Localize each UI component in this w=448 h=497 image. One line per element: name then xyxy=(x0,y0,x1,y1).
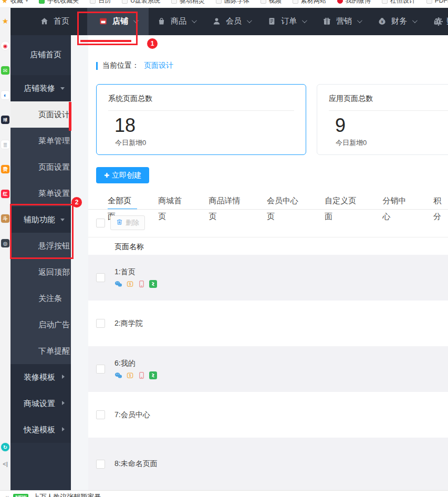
nav-item[interactable]: 营销 xyxy=(314,7,369,35)
collapse-chevron-icon[interactable]: ∨ xyxy=(5,494,9,497)
page-row: 8:未命名页面 xyxy=(88,438,448,490)
select-all-checkbox[interactable] xyxy=(96,219,105,227)
page-row-content: 6:我的$ xyxy=(114,359,157,379)
sidebar-item[interactable]: 商城设置 xyxy=(11,390,71,417)
sidebar-item[interactable]: 店铺装修 xyxy=(11,75,71,101)
sidebar-item[interactable]: 返回顶部 xyxy=(11,259,71,285)
breadcrumb-current-link[interactable]: 页面设计 xyxy=(144,61,173,70)
star-icon: ★ xyxy=(2,0,8,4)
bookmark-item[interactable]: PDF转换 xyxy=(426,0,448,5)
tab[interactable]: 积分 xyxy=(433,193,448,210)
sidebar-item[interactable]: 辅助功能 xyxy=(11,206,71,233)
row-checkbox[interactable] xyxy=(96,410,105,419)
caret-down-icon xyxy=(60,87,65,90)
tab[interactable]: 自定义页面 xyxy=(325,193,361,210)
nav-item[interactable]: 商品 xyxy=(149,7,204,35)
browser-app-icon[interactable]: ◐ xyxy=(1,91,9,99)
bookmark-label: 驱动精灵 xyxy=(180,0,205,5)
tab-active[interactable]: 全部页面 xyxy=(108,193,137,210)
game-icon[interactable]: 斗 xyxy=(1,214,9,223)
finance-icon: ¥ xyxy=(378,17,387,26)
sidebar-item-label: 返回顶部 xyxy=(38,267,70,276)
nav-item-label: 财务 xyxy=(391,16,407,26)
sidebar-item-active[interactable]: 页面设计 xyxy=(11,101,71,128)
sidebar-item-label: 快递模板 xyxy=(24,425,55,434)
miniprogram-icon xyxy=(149,280,157,288)
nav-item-label: 首页 xyxy=(54,16,69,26)
plugin-icon[interactable]: ↻ xyxy=(1,443,9,451)
tab[interactable]: 商品详情页 xyxy=(209,193,246,210)
page-row-content: 2:商学院 xyxy=(114,319,143,328)
phone-fav-icon xyxy=(39,0,45,4)
create-page-button[interactable]: ✚ 立即创建 xyxy=(96,167,149,183)
sidebar-item[interactable]: 关注条 xyxy=(11,285,71,312)
caret-down-icon xyxy=(133,18,139,23)
notes-icon[interactable]: ≣ xyxy=(1,140,9,149)
bookmark-label: 手机收藏夹 xyxy=(47,0,79,5)
video-site-icon[interactable]: 球 xyxy=(1,116,9,124)
page-icon xyxy=(426,0,432,4)
row-checkbox[interactable] xyxy=(96,273,105,282)
collapse-sidebar-icon[interactable]: <| xyxy=(1,460,9,468)
mail-icon[interactable]: ✉ xyxy=(1,66,9,75)
hot-topic-link[interactable]: 上万人热议张靓颖家暴 xyxy=(33,492,101,497)
caret-down-icon xyxy=(60,219,65,221)
wechat-icon xyxy=(114,280,122,288)
nav-item[interactable]: 订单 xyxy=(259,7,314,35)
page-icon xyxy=(293,0,298,4)
page-name: 6:我的 xyxy=(114,359,157,368)
stat-card-divider xyxy=(108,110,294,111)
stat-card-subtext: 今日新增0 xyxy=(115,138,306,148)
page-row: 1:首页$ xyxy=(88,255,448,301)
page-icon xyxy=(122,0,128,4)
tabs-divider xyxy=(88,209,448,210)
sidebar-item[interactable]: 页面设置 xyxy=(11,154,71,180)
sidebar-item[interactable]: 悬浮按钮 xyxy=(11,233,71,259)
nav-item[interactable]: 会员 xyxy=(204,7,259,35)
nav-item[interactable]: 首页 xyxy=(32,7,78,35)
weibo-icon[interactable]: ◉ xyxy=(1,42,9,50)
caret-down-icon xyxy=(192,18,197,23)
bookmark-item[interactable]: 国际字体 xyxy=(216,0,249,5)
sidebar-item[interactable]: 菜单管理 xyxy=(11,128,71,154)
nav-gear-button[interactable] xyxy=(425,7,448,35)
tab[interactable]: 会员中心页 xyxy=(267,193,304,210)
caret-down-icon xyxy=(412,18,418,23)
stat-card-divider xyxy=(329,110,448,111)
tab[interactable]: 商城首页 xyxy=(158,193,187,210)
sidebar-item[interactable]: 店铺首页 xyxy=(11,42,71,68)
bookmark-item[interactable]: U盘装系统 xyxy=(122,0,160,5)
nav-item-shop-active[interactable]: 店铺 xyxy=(87,7,149,35)
page-name: 8:未命名页面 xyxy=(114,459,158,469)
sidebar-item[interactable]: 启动广告 xyxy=(11,312,71,338)
row-checkbox[interactable] xyxy=(96,319,105,328)
bookmark-item[interactable]: 社恒设计 xyxy=(382,0,415,5)
stat-card-title: 系统页面总数 xyxy=(108,94,294,103)
qufeishuo-icon[interactable]: 费 xyxy=(1,165,9,173)
bookmark-item[interactable]: 我的微博 xyxy=(337,0,371,5)
delete-button[interactable]: 删除 xyxy=(110,215,145,230)
page-row-content: 7:会员中心 xyxy=(114,410,150,420)
sidebar-item[interactable]: 装修模板 xyxy=(11,364,71,390)
nav-item[interactable]: ¥财务 xyxy=(369,7,424,35)
page-icon xyxy=(261,0,266,4)
bookmark-label: U盘装系统 xyxy=(130,0,160,5)
battle-game-icon[interactable]: ◍ xyxy=(1,239,9,247)
breadcrumb: 当前位置： 页面设计 xyxy=(96,61,173,70)
row-checkbox[interactable] xyxy=(96,460,105,469)
sidebar-item[interactable]: 下单提醒 xyxy=(11,338,71,364)
bookmark-item[interactable]: 素材网站 xyxy=(293,0,326,5)
bookmark-item[interactable]: ★收藏▾ xyxy=(2,0,28,5)
bookmark-item[interactable]: 日历 xyxy=(90,0,111,5)
tab[interactable]: 分销中心 xyxy=(383,193,412,210)
bookmark-item[interactable]: 手机收藏夹 xyxy=(39,0,79,5)
delete-label: 删除 xyxy=(126,218,139,227)
sidebar-item[interactable]: 快递模板 xyxy=(11,417,71,443)
sidebar-item-label: 装修模板 xyxy=(24,372,55,381)
favorites-star-icon[interactable]: ★ xyxy=(1,17,9,25)
row-checkbox[interactable] xyxy=(96,365,105,374)
bookmark-item[interactable]: 视频 xyxy=(261,0,282,5)
sidebar-item[interactable]: 菜单设置 xyxy=(11,180,71,206)
xiaohongshu-icon[interactable]: 红 xyxy=(1,190,9,198)
bookmark-item[interactable]: 驱动精灵 xyxy=(171,0,205,5)
